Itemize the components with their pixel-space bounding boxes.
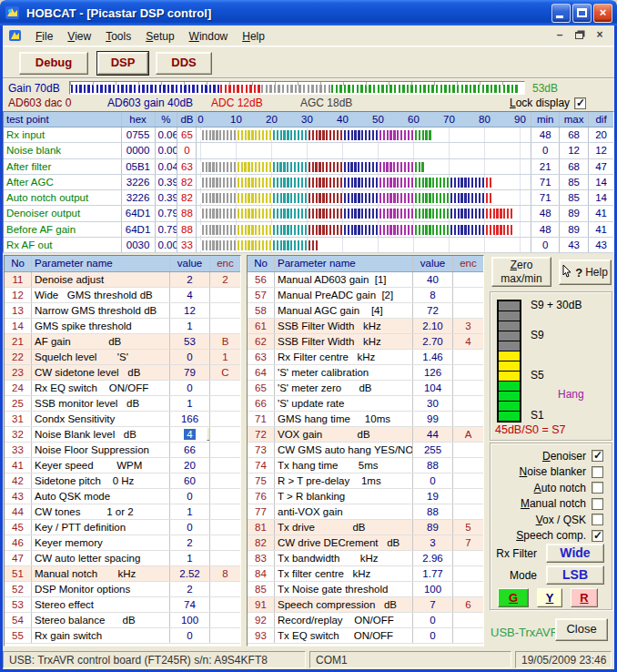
param-row[interactable]: 75R > T pre-delay 1ms0	[248, 473, 483, 489]
close-button[interactable]: ×	[593, 4, 612, 23]
param-row[interactable]: 92Record/replay ON/OFF0	[248, 613, 483, 628]
param-row[interactable]: 91Speech compression dB76	[248, 597, 483, 613]
param-row[interactable]: 12Wide GMS threshold dB4	[5, 288, 240, 303]
noise-blanker-checkbox[interactable]	[592, 466, 603, 478]
param-row[interactable]: 33Noise Floor Suppression66	[5, 443, 240, 458]
param-row[interactable]: 56Manual AD603 gain [1]40	[248, 272, 483, 288]
param-value-selected[interactable]: 4	[184, 429, 195, 440]
param-row[interactable]: 45Key / PTT definition0	[5, 520, 240, 535]
param-no: 72	[248, 427, 275, 442]
param-name: Manual PreADC gain [2]	[275, 288, 413, 302]
gain-panel: Gain 70dB 53dB AD603 dac 0AD603 gain 40d…	[3, 78, 614, 111]
maximize-button[interactable]	[572, 4, 592, 23]
menu-item-setup[interactable]: Setup	[138, 28, 181, 45]
combo-dropdown-button[interactable]: ▼	[207, 427, 210, 441]
param-row[interactable]: 43Auto QSK mode0	[5, 489, 240, 504]
s-meter-segment-11	[499, 412, 520, 421]
speech-comp-checkbox[interactable]	[592, 530, 603, 542]
param-value: 20	[170, 458, 210, 473]
param-enc	[210, 504, 240, 519]
y-button[interactable]: Y	[537, 588, 562, 607]
mdi-minimize-button[interactable]: –	[552, 29, 567, 42]
zero-maxmin-button[interactable]: Zeromax/min	[491, 257, 551, 287]
mdi-restore-button[interactable]	[572, 29, 587, 42]
param-row[interactable]: 13Narrow GMS threshold dB12	[5, 303, 240, 319]
test-row: Rx AF out00300.003304343	[4, 238, 613, 253]
param-row[interactable]: 47CW auto letter spacing1	[5, 551, 240, 566]
param-row[interactable]: 14GMS spike threshold1	[5, 319, 240, 334]
checkbox-row-denoiser: Denoiser	[491, 450, 603, 462]
g-button[interactable]: G	[498, 588, 529, 607]
lock-display-checkbox[interactable]	[574, 97, 586, 109]
param-row[interactable]: 63Rx Filter centre kHz1.46	[248, 350, 483, 365]
param-row[interactable]: 21AF gain dB53B	[5, 334, 240, 350]
param-row[interactable]: 84Tx filter centre kHz1.77	[248, 566, 483, 582]
param-row[interactable]: 74Tx hang time 5ms88	[248, 458, 483, 473]
param-row[interactable]: 62SSB Filter Width kHz2.704	[248, 334, 483, 350]
param-row[interactable]: 57Manual PreADC gain [2]8	[248, 288, 483, 303]
param-row[interactable]: 82CW drive DECrement dB37	[248, 535, 483, 551]
menu-item-view[interactable]: View	[60, 28, 98, 45]
menu-item-help[interactable]: Help	[235, 28, 272, 45]
mode-button[interactable]: LSB	[546, 565, 604, 585]
param-row[interactable]: 24Rx EQ switch ON/OFF0	[5, 381, 240, 396]
param-row[interactable]: 32Noise Blank level dB4▼	[5, 427, 240, 443]
param-row[interactable]: 54Stereo balance dB100	[5, 613, 240, 628]
param-row[interactable]: 85Tx Noise gate threshold100	[248, 582, 483, 597]
help-question-icon: ?	[575, 266, 582, 280]
test-point-name: After AGC	[4, 175, 122, 189]
minimize-button[interactable]	[551, 4, 571, 23]
s-meter-label-s1: S1	[531, 409, 544, 422]
param-row[interactable]: 81Tx drive dB895	[248, 520, 483, 535]
menu-item-window[interactable]: Window	[182, 28, 236, 45]
param-row[interactable]: 83Tx bandwidth kHz2.96	[248, 551, 483, 566]
rx-filter-button[interactable]: Wide	[546, 544, 604, 563]
help-button[interactable]: ? Help	[559, 260, 612, 285]
param-row[interactable]: 58Manual AGC gain [4]72	[248, 303, 483, 319]
dds-button[interactable]: DDS	[156, 52, 212, 75]
mdi-close-button[interactable]: ×	[592, 29, 607, 42]
debug-button[interactable]: Debug	[19, 52, 88, 75]
param-row[interactable]: 31Condx Sensitivity166	[5, 412, 240, 427]
param-row[interactable]: 25SSB monitor level dB1	[5, 396, 240, 412]
auto-notch-checkbox[interactable]	[592, 482, 603, 494]
param-row[interactable]: 51Manual notch kHz2.528	[5, 566, 240, 582]
menu-item-file[interactable]: File	[28, 28, 60, 45]
scale-tick-20: 20	[266, 114, 278, 125]
param-row[interactable]: 11Denoise adjust22	[5, 272, 240, 288]
param-row[interactable]: 23CW sidetone level dB79C	[5, 365, 240, 381]
param-name: Tx bandwidth kHz	[275, 551, 413, 565]
child-window-icon[interactable]	[8, 28, 23, 43]
param-enc	[210, 628, 240, 643]
param-row[interactable]: 52DSP Monitor options2	[5, 582, 240, 597]
param-row[interactable]: 77anti-VOX gain88	[248, 504, 483, 520]
param-row[interactable]: 41Keyer speed WPM20	[5, 458, 240, 473]
vox-qsk-checkbox[interactable]	[592, 514, 603, 525]
param-enc: 3	[453, 319, 483, 333]
right-panel: Zeromax/min ? Help Hang 45dB/S0 = S7 S9 …	[490, 255, 614, 647]
param-row[interactable]: 44CW tones 1 or 21	[5, 504, 240, 520]
param-row[interactable]: 55Rx gain switch0	[5, 628, 240, 644]
param-enc	[453, 381, 483, 395]
dsp-button[interactable]: DSP	[97, 52, 148, 75]
param-row[interactable]: 71GMS hang time 10ms99	[248, 412, 483, 427]
param-row[interactable]: 42Sidetone pitch 0 Hz60	[5, 473, 240, 489]
manual-notch-checkbox[interactable]	[592, 498, 603, 510]
param-row[interactable]: 53Stereo effect74	[5, 597, 240, 613]
close-panel-button[interactable]: Close	[555, 618, 608, 641]
param-row[interactable]: 73CW GMS auto hang YES/NO255	[248, 443, 483, 458]
param-row[interactable]: 72VOX gain dB44A	[248, 427, 483, 443]
denoiser-checkbox[interactable]	[592, 450, 603, 462]
param-row[interactable]: 66'S' update rate30	[248, 396, 483, 412]
param-no: 45	[5, 520, 32, 535]
param-row[interactable]: 93Tx EQ switch ON/OFF0	[248, 628, 483, 644]
param-row[interactable]: 65'S' meter zero dB104	[248, 381, 483, 396]
r-button[interactable]: R	[571, 588, 598, 607]
param-row[interactable]: 46Keyer memory2	[5, 535, 240, 551]
param-row[interactable]: 22Squelch level 'S'01	[5, 350, 240, 365]
menu-item-tools[interactable]: Tools	[98, 28, 138, 45]
param-row[interactable]: 64'S' meter calibration126	[248, 365, 483, 381]
param-row[interactable]: 61SSB Filter Width kHz2.103	[248, 319, 483, 334]
param-no: 65	[248, 381, 275, 395]
param-row[interactable]: 76T > R blanking19	[248, 489, 483, 504]
